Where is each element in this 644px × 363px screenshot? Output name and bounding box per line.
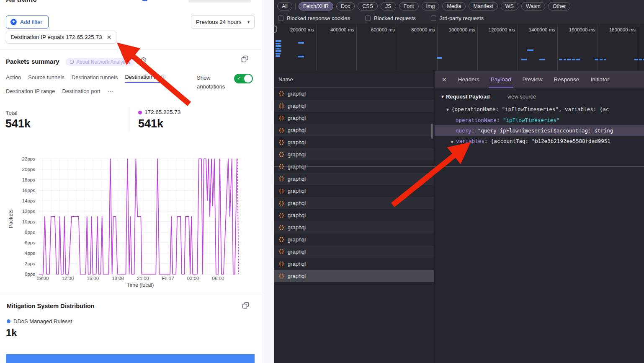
- filter-pill-doc[interactable]: Doc: [336, 2, 355, 10]
- tab-destination-ip[interactable]: Destination IPⓘ: [125, 74, 165, 83]
- network-main-area: Name {}graphql{}graphql{}graphql{}graphq…: [274, 71, 644, 363]
- clock-icon[interactable]: [141, 57, 147, 63]
- network-filter-checkboxes: Blocked response cookiesBlocked requests…: [274, 13, 644, 24]
- tab-label: Destination IP: [125, 74, 159, 80]
- svg-text:10pps: 10pps: [22, 219, 36, 224]
- page-scroll-gutter[interactable]: [262, 0, 274, 363]
- payload-row-operationname[interactable]: operationName: "ipFlowTimeseries": [435, 115, 644, 125]
- filter-pill-fetch-xhr[interactable]: Fetch/XHR: [299, 2, 333, 10]
- network-request-row[interactable]: {}graphql: [274, 136, 434, 148]
- network-request-row[interactable]: {}graphql: [274, 197, 434, 209]
- request-timing-mark: [604, 59, 606, 60]
- request-payload-section[interactable]: ▼ Request Payload view source: [435, 91, 644, 102]
- tab-source-tunnels[interactable]: Source tunnels: [28, 74, 64, 83]
- tab-destination-tunnels[interactable]: Destination tunnels: [72, 74, 118, 83]
- payload-root-row[interactable]: ▼{operationName: "ipFlowTimeseries", var…: [435, 104, 644, 115]
- tab-payload[interactable]: Payload: [491, 71, 511, 88]
- network-request-row[interactable]: {}graphql: [274, 173, 434, 185]
- network-timeline-overview[interactable]: 200000 ms400000 ms600000 ms800000 ms1000…: [274, 24, 644, 71]
- filter-pill-wasm[interactable]: Wasm: [521, 2, 545, 10]
- network-request-row[interactable]: {}graphql: [274, 246, 434, 258]
- network-request-row[interactable]: {}graphql: [274, 124, 434, 136]
- tab-headers[interactable]: Headers: [458, 71, 479, 88]
- packets-chart[interactable]: 0pps2pps4pps6pps8pps10pps12pps14pps16pps…: [0, 152, 264, 294]
- inspector-tabs: HeadersPayloadPreviewResponseInitiator: [458, 71, 609, 88]
- analytics-panel: All traffic + Add filter Previous 24 hou…: [0, 0, 274, 363]
- page-title: All traffic: [6, 0, 37, 4]
- add-filter-label: Add filter: [20, 19, 42, 25]
- checkbox-3rd-party-requests[interactable]: 3rd-party requests: [431, 15, 484, 21]
- checkbox-label: Blocked response cookies: [287, 15, 350, 21]
- name-column-header[interactable]: Name: [274, 71, 434, 88]
- network-request-row[interactable]: {}graphql: [274, 209, 434, 221]
- network-request-row[interactable]: {}graphql: [274, 112, 434, 124]
- expanded-icon[interactable]: ▼: [440, 94, 445, 99]
- request-name: graphql: [288, 236, 306, 243]
- json-icon: {}: [278, 127, 284, 133]
- network-request-row[interactable]: {}graphql: [274, 233, 434, 246]
- json-icon: {}: [278, 261, 284, 267]
- popout-icon[interactable]: [242, 302, 249, 309]
- json-icon: {}: [278, 213, 284, 218]
- network-request-row[interactable]: {}graphql: [274, 148, 434, 161]
- json-icon: {}: [278, 188, 284, 194]
- json-icon: {}: [278, 140, 284, 145]
- remove-filter-icon[interactable]: ✕: [106, 34, 111, 41]
- filter-pill-css[interactable]: CSS: [358, 2, 378, 10]
- expanded-icon[interactable]: ▼: [446, 107, 449, 112]
- tab-action[interactable]: Action: [6, 74, 21, 83]
- network-request-row[interactable]: {}graphql: [274, 185, 434, 197]
- scrollbar-thumb[interactable]: [431, 124, 433, 139]
- screenshot-stage: All traffic + Add filter Previous 24 hou…: [0, 0, 644, 363]
- tab-preview[interactable]: Preview: [523, 71, 543, 88]
- packets-chart-svg[interactable]: 0pps2pps4pps6pps8pps10pps12pps14pps16pps…: [0, 152, 264, 292]
- network-request-row[interactable]: {}graphql: [274, 258, 434, 270]
- payload-row-variables[interactable]: ▶variables: {accountTag: "b12e3b2192ee55…: [435, 136, 644, 147]
- filter-pill-ws[interactable]: WS: [501, 2, 518, 10]
- svg-text:18:00: 18:00: [112, 276, 124, 281]
- tab-response[interactable]: Response: [554, 71, 580, 88]
- request-name: graphql: [288, 188, 306, 194]
- filter-pill-manifest[interactable]: Manifest: [469, 2, 497, 10]
- show-annotations-label: Show annotations: [197, 73, 235, 91]
- request-name: graphql: [288, 151, 306, 158]
- filter-pill-img[interactable]: Img: [422, 2, 440, 10]
- request-timing-mark: [572, 59, 575, 60]
- filter-chip[interactable]: Destination IP equals 172.65.225.73 ✕: [6, 31, 116, 44]
- collapsed-icon[interactable]: ▶: [451, 139, 454, 144]
- payload-row-query[interactable]: query: "query ipFlowTimeseries($accountT…: [435, 125, 644, 136]
- view-source-link[interactable]: view source: [507, 93, 536, 100]
- tab-label: Destination tunnels: [72, 74, 118, 80]
- filter-pill-media[interactable]: Media: [442, 2, 466, 10]
- about-network-analytics-badge[interactable]: About Network Analytics: [66, 58, 134, 66]
- time-range-select[interactable]: Previous 24 hours ▾: [191, 16, 255, 29]
- show-annotations-toggle[interactable]: ✓: [234, 74, 253, 83]
- popout-icon[interactable]: [241, 55, 248, 62]
- tab-destination-ip-range[interactable]: Destination IP range: [6, 88, 55, 96]
- payload-value: "query ipFlowTimeseries($accountTag: str…: [478, 127, 613, 134]
- filter-pill-other[interactable]: Other: [548, 2, 570, 10]
- tab-overflow[interactable]: ⋯: [108, 88, 113, 96]
- network-request-row[interactable]: {}graphql: [274, 221, 434, 233]
- network-request-row[interactable]: {}graphql: [274, 270, 434, 282]
- add-filter-button[interactable]: + Add filter: [6, 16, 49, 29]
- filter-pill-js[interactable]: JS: [381, 2, 396, 10]
- payload-value: {accountTag: "b12e3b2192ee5588fdad9951: [491, 138, 611, 144]
- tab-destination-port[interactable]: Destination port: [62, 88, 100, 96]
- timeline-tick-label: 600000 ms: [356, 27, 395, 32]
- request-name: graphql: [288, 212, 306, 218]
- filter-pill-font[interactable]: Font: [399, 2, 419, 10]
- info-icon: ⓘ: [161, 74, 165, 80]
- tab-initiator[interactable]: Initiator: [590, 71, 609, 88]
- network-request-row[interactable]: {}graphql: [274, 100, 434, 112]
- checkbox-blocked-requests[interactable]: Blocked requests: [365, 15, 416, 21]
- filter-pill-all[interactable]: All: [277, 2, 292, 10]
- close-icon[interactable]: ✕: [442, 76, 447, 83]
- checkbox-blocked-response-cookies[interactable]: Blocked response cookies: [278, 15, 350, 21]
- time-range-label: Previous 24 hours: [196, 19, 242, 25]
- json-icon: {}: [278, 200, 284, 206]
- badge-label: About Network Analytics: [76, 59, 130, 65]
- plus-icon: +: [10, 19, 17, 25]
- network-request-row[interactable]: {}graphql: [274, 88, 434, 100]
- request-timing-mark: [276, 48, 281, 49]
